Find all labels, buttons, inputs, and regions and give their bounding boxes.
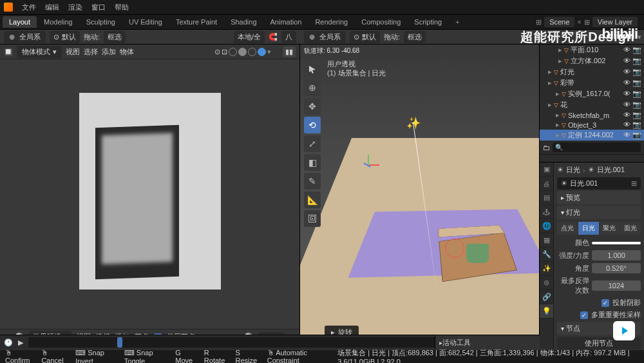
tab-modeling[interactable]: Modeling — [37, 16, 79, 28]
right-viewport-canvas[interactable]: 用户透视 (1) 场景集合 | 日光 ⊕ ✥ ⟲ ⤢ ◧ ✎ 📐 🞖 ▸ 旋转 — [300, 57, 539, 344]
menu-file[interactable]: 文件 — [22, 3, 36, 12]
proptab-output[interactable]: 🖨 — [540, 177, 553, 191]
angle-input[interactable]: 0.526° — [592, 263, 641, 273]
scene-browse-icon[interactable]: ⊞ — [536, 18, 542, 26]
outliner-item[interactable]: ▸ ▽ 平面.010👁📷 — [540, 44, 644, 55]
scene-new-icon[interactable]: × — [577, 18, 581, 26]
proptab-object[interactable]: ▦ — [540, 233, 553, 248]
menu-view-l[interactable]: 视图 — [66, 47, 80, 57]
tab-rendering[interactable]: Rendering — [308, 16, 354, 28]
timeline-play-icon[interactable]: ▶ — [18, 338, 23, 347]
transform-orientation[interactable]: ⊕ 全局系 — [4, 31, 46, 43]
proptab-scene[interactable]: 🕹 — [540, 205, 553, 219]
section-preview[interactable]: ▸ 预览 — [557, 191, 641, 204]
shading-rendered-icon[interactable] — [258, 48, 266, 56]
tab-layout[interactable]: Layout — [3, 16, 37, 28]
outliner-options-icon[interactable]: ▾ — [638, 33, 641, 41]
proptab-data[interactable]: 💡 — [540, 304, 553, 319]
tab-sculpting[interactable]: Sculpting — [80, 16, 122, 28]
datablock-browse-icon[interactable]: ⊞ — [631, 179, 637, 188]
section-light[interactable]: ▾ 灯光 — [557, 206, 641, 219]
outliner-search-input[interactable] — [553, 142, 641, 152]
breadcrumb-light2[interactable]: 日光.001 — [597, 165, 625, 175]
tool-transform[interactable]: ◧ — [304, 154, 321, 171]
outliner-item[interactable]: ▸ ▽ 花👁📷 — [540, 99, 644, 110]
outliner-item[interactable]: ▸ ▽ 彩带👁📷 — [540, 77, 644, 88]
tool-cursor[interactable]: ⊕ — [304, 79, 321, 96]
overlay-toggle-icon[interactable]: ⊙ — [214, 48, 220, 56]
select-box-r[interactable]: 框选 — [404, 31, 426, 43]
tab-scripting[interactable]: Scripting — [408, 16, 448, 28]
snap-mode[interactable]: 八 — [281, 31, 296, 43]
local-global-toggle[interactable]: 本地/全 — [234, 31, 265, 43]
shading-options-icon[interactable]: ▾ — [267, 48, 271, 56]
light-type-0[interactable]: 点光 — [557, 222, 578, 235]
tool-measure[interactable]: 📐 — [304, 191, 321, 208]
tool-annotate[interactable]: ✎ — [304, 173, 321, 190]
menu-edit[interactable]: 编辑 — [45, 3, 59, 12]
breadcrumb-light1[interactable]: 日光 — [566, 165, 580, 175]
tool-rotate[interactable]: ⟲ — [304, 117, 321, 133]
datablock-name[interactable]: 日光.001 — [570, 179, 629, 188]
menu-select-l[interactable]: 选择 — [84, 47, 98, 57]
cast-shadow-checkbox[interactable]: ✓ — [601, 299, 609, 307]
proptab-particles[interactable]: ✨ — [540, 262, 553, 276]
outliner-item[interactable]: ▸ ▽ Object_3👁📷 — [540, 120, 644, 130]
menu-add-l[interactable]: 添加 — [102, 47, 116, 57]
tab-texture paint[interactable]: Texture Paint — [169, 16, 223, 28]
outliner-collection-icon[interactable]: 🗀 — [543, 144, 550, 152]
tab-compositing[interactable]: Compositing — [355, 16, 407, 28]
proptab-constraints[interactable]: 🔗 — [540, 290, 553, 304]
timeline-editor-icon[interactable]: 🕐 — [4, 338, 13, 347]
proptab-physics[interactable]: ⊚ — [540, 276, 553, 290]
color-swatch[interactable] — [592, 242, 641, 244]
light-type-3[interactable]: 面光 — [620, 222, 641, 235]
menu-object-l[interactable]: 物体 — [120, 47, 134, 57]
scene-selector[interactable]: Scene — [544, 17, 574, 27]
timeline-playhead[interactable] — [117, 337, 122, 348]
pivot-default-r[interactable]: ⊙ 默认 — [350, 31, 380, 43]
light-type-1[interactable]: 日光 — [578, 222, 599, 235]
tool-addcube[interactable]: 🞖 — [304, 210, 321, 227]
add-workspace-button[interactable]: + — [449, 16, 466, 28]
left-viewport-canvas[interactable] — [0, 59, 299, 329]
shading-matprev-icon[interactable] — [248, 48, 256, 56]
bounces-input[interactable]: 1024 — [592, 280, 641, 291]
outliner[interactable]: ▸ ▽ 平面.010👁📷▸ ▽ 立方体.002👁📷▸ ▽ 灯光👁📷▸ ▽ 彩带👁… — [540, 44, 644, 162]
bilibili-logo: bilibili — [601, 26, 638, 43]
object-mode-selector[interactable]: 物体模式 ▾ — [17, 46, 62, 58]
xray-toggle-icon[interactable]: ⊡ — [222, 48, 227, 56]
outliner-item[interactable]: ▸ ▽ 立方体.002👁📷 — [540, 55, 644, 66]
pause-render-icon[interactable]: ▮▮ — [283, 46, 296, 57]
editor-type-icon[interactable]: 🔲 — [4, 48, 13, 56]
transform-gizmo[interactable] — [357, 153, 379, 176]
tool-move[interactable]: ✥ — [304, 98, 321, 115]
light-type-2[interactable]: 聚光 — [600, 222, 620, 235]
outliner-item[interactable]: ▸ ▽ 灯光👁📷 — [540, 66, 644, 77]
tab-shading[interactable]: Shading — [224, 16, 263, 28]
outliner-item[interactable]: ▸ ▽ 实例_1617.0(👁📷 — [540, 88, 644, 99]
outliner-item[interactable]: ▸ ▽ 定例 1244.002👁📷 — [540, 130, 644, 141]
menu-window[interactable]: 窗口 — [91, 3, 106, 12]
mis-checkbox[interactable]: ✓ — [580, 311, 588, 319]
proptab-world[interactable]: 🌐 — [540, 219, 553, 233]
tab-animation[interactable]: Animation — [264, 16, 308, 28]
menu-help[interactable]: 帮助 — [115, 3, 129, 12]
tool-scale[interactable]: ⤢ — [304, 135, 321, 152]
shading-wire-icon[interactable] — [229, 48, 237, 56]
pivot-default[interactable]: ⊙ 默认 — [50, 31, 80, 43]
proptab-viewlayer[interactable]: ▤ — [540, 191, 553, 205]
selection-gizmo[interactable] — [445, 239, 464, 258]
proptab-modifiers[interactable]: 🔧 — [540, 248, 553, 262]
viewlayer-browse-icon[interactable]: ⊞ — [584, 18, 590, 26]
tool-select[interactable] — [304, 61, 321, 77]
proptab-render[interactable]: ▣ — [540, 162, 553, 177]
snap-icon[interactable]: 🧲 — [269, 33, 278, 41]
shading-solid-icon[interactable] — [238, 48, 247, 56]
tab-uv editing[interactable]: UV Editing — [122, 16, 169, 28]
transform-orientation-r[interactable]: ⊕ 全局系 — [304, 31, 346, 43]
menu-render[interactable]: 渲染 — [68, 3, 82, 12]
strength-input[interactable]: 1.000 — [592, 250, 641, 260]
select-box[interactable]: 框选 — [104, 31, 126, 43]
outliner-item[interactable]: ▸ ▽ Sketchfab_m👁📷 — [540, 110, 644, 120]
